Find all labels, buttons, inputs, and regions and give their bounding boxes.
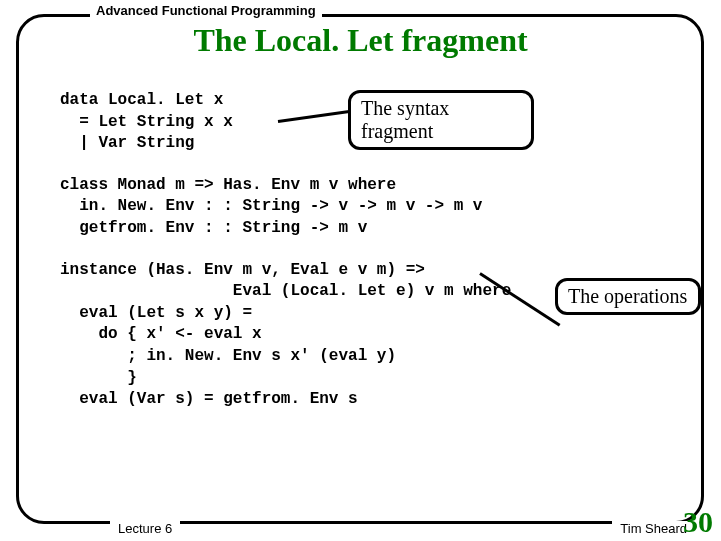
page-number: 30 [683,505,713,539]
slide-title: The Local. Let fragment [0,22,721,59]
code-block-class: class Monad m => Has. Env m v where in. … [60,175,681,240]
callout-syntax-fragment: The syntax fragment [348,90,534,150]
callout-operations: The operations [555,278,701,315]
course-label: Advanced Functional Programming [90,3,322,18]
footer-lecture: Lecture 6 [110,521,180,536]
